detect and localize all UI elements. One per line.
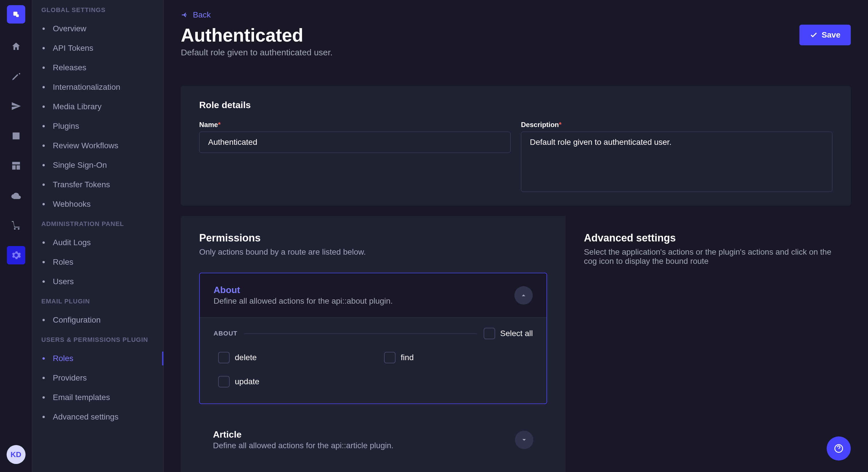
- gear-icon[interactable]: [7, 246, 25, 264]
- sidebar-item-up-roles[interactable]: Roles: [37, 349, 158, 368]
- desc-label: Description*: [521, 121, 832, 129]
- sidebar-item-review-workflows[interactable]: Review Workflows: [37, 136, 158, 156]
- accordion-article-subtitle: Define all allowed actions for the api::…: [213, 441, 394, 450]
- checkbox-update[interactable]: [218, 376, 229, 387]
- perm-label: update: [235, 377, 259, 386]
- save-label: Save: [822, 30, 840, 40]
- back-link[interactable]: Back: [181, 10, 211, 20]
- permissions-desc: Only actions bound by a route are listed…: [199, 247, 547, 257]
- home-icon[interactable]: [7, 37, 25, 56]
- settings-sidebar: GLOBAL SETTINGS Overview API Tokens Rele…: [32, 0, 164, 472]
- sidebar-item-overview[interactable]: Overview: [37, 19, 158, 38]
- back-label: Back: [193, 10, 211, 20]
- sidebar-item-api-tokens[interactable]: API Tokens: [37, 38, 158, 58]
- save-button[interactable]: Save: [799, 25, 851, 45]
- accordion-article[interactable]: Article Define all allowed actions for t…: [199, 418, 547, 462]
- icon-rail: KD: [0, 0, 32, 472]
- name-input[interactable]: [199, 132, 510, 153]
- checkbox-delete[interactable]: [218, 352, 229, 363]
- sidebar-item-audit-logs[interactable]: Audit Logs: [37, 233, 158, 252]
- sidebar-item-media-library[interactable]: Media Library: [37, 97, 158, 116]
- avatar[interactable]: KD: [7, 445, 26, 464]
- advanced-desc: Select the application's actions or the …: [584, 247, 832, 266]
- sidebar-item-sso[interactable]: Single Sign-On: [37, 156, 158, 175]
- cart-icon[interactable]: [7, 216, 25, 235]
- accordion-about: About Define all allowed actions for the…: [199, 273, 547, 404]
- sidebar-item-admin-users[interactable]: Users: [37, 272, 158, 291]
- sidebar-item-up-advanced[interactable]: Advanced settings: [37, 407, 158, 427]
- perm-item-find[interactable]: find: [384, 352, 533, 363]
- perm-item-update[interactable]: update: [218, 376, 367, 387]
- permissions-title: Permissions: [199, 232, 547, 244]
- page-title: Authenticated: [181, 25, 333, 46]
- perm-label: delete: [235, 353, 257, 362]
- accordion-about-toggle[interactable]: [515, 286, 533, 305]
- page-subtitle: Default role given to authenticated user…: [181, 47, 333, 57]
- question-icon: [834, 443, 844, 453]
- about-section-label: ABOUT: [214, 330, 237, 337]
- role-details-panel: Role details Name* Description*: [181, 86, 851, 206]
- advanced-settings-panel: Advanced settings Select the application…: [565, 216, 851, 472]
- perm-item-delete[interactable]: delete: [218, 352, 367, 363]
- section-email-title: EMAIL PLUGIN: [37, 291, 158, 310]
- help-button[interactable]: [827, 436, 851, 461]
- sidebar-item-up-providers[interactable]: Providers: [37, 368, 158, 388]
- sidebar-item-transfer-tokens[interactable]: Transfer Tokens: [37, 175, 158, 194]
- select-all-label: Select all: [500, 329, 533, 338]
- advanced-title: Advanced settings: [584, 232, 832, 244]
- svg-rect-1: [16, 14, 19, 17]
- main-content: Back Authenticated Default role given to…: [164, 0, 868, 472]
- arrow-left-icon: [181, 11, 189, 19]
- pen-icon[interactable]: [7, 67, 25, 86]
- layout-icon[interactable]: [7, 157, 25, 175]
- permissions-panel: Permissions Only actions bound by a rout…: [181, 216, 565, 472]
- cloud-icon[interactable]: [7, 187, 25, 205]
- sidebar-item-up-email-templates[interactable]: Email templates: [37, 388, 158, 407]
- send-icon[interactable]: [7, 97, 25, 115]
- select-all-checkbox[interactable]: [484, 328, 495, 339]
- desc-input[interactable]: [521, 132, 832, 192]
- section-admin-title: ADMINISTRATION PANEL: [37, 214, 158, 233]
- name-label: Name*: [199, 121, 510, 129]
- sidebar-item-email-config[interactable]: Configuration: [37, 310, 158, 330]
- sidebar-item-plugins[interactable]: Plugins: [37, 116, 158, 136]
- accordion-about-header[interactable]: About Define all allowed actions for the…: [200, 273, 547, 317]
- section-global-title: GLOBAL SETTINGS: [37, 0, 158, 19]
- accordion-about-subtitle: Define all allowed actions for the api::…: [214, 297, 393, 306]
- image-icon[interactable]: [7, 127, 25, 145]
- chevron-up-icon: [520, 292, 527, 299]
- sidebar-item-webhooks[interactable]: Webhooks: [37, 194, 158, 214]
- checkbox-find[interactable]: [384, 352, 396, 363]
- sidebar-item-internationalization[interactable]: Internationalization: [37, 77, 158, 97]
- sidebar-item-releases[interactable]: Releases: [37, 58, 158, 77]
- perm-label: find: [401, 353, 414, 362]
- chevron-down-icon: [521, 436, 528, 443]
- role-details-title: Role details: [199, 100, 832, 110]
- section-users-title: USERS & PERMISSIONS PLUGIN: [37, 330, 158, 349]
- accordion-article-title: Article: [213, 429, 394, 440]
- accordion-about-title: About: [214, 285, 393, 295]
- accordion-article-toggle[interactable]: [515, 431, 533, 449]
- check-icon: [810, 31, 818, 39]
- sidebar-item-admin-roles[interactable]: Roles: [37, 252, 158, 272]
- app-logo[interactable]: [7, 5, 25, 24]
